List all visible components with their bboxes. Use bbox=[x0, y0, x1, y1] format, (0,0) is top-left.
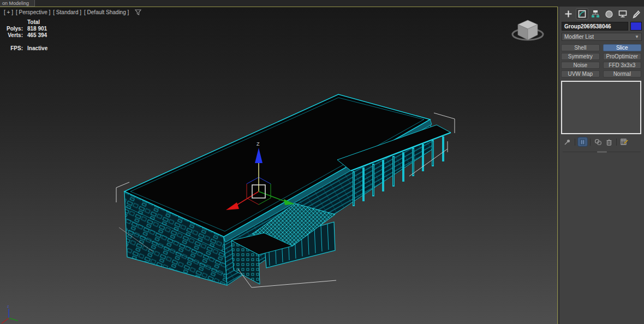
modifier-stack-toolbar bbox=[563, 137, 644, 147]
configure-sets-icon bbox=[621, 138, 628, 146]
modifier-buttons-grid: Shell Slice Symmetry ProOptimizer Noise … bbox=[561, 44, 641, 77]
viewport-statistics: Total Polys: 818 901 Verts: 465 394 FPS:… bbox=[4, 19, 47, 51]
modifier-button-prooptimizer[interactable]: ProOptimizer bbox=[603, 53, 642, 60]
trash-icon bbox=[606, 139, 612, 146]
make-unique-button[interactable] bbox=[593, 137, 603, 146]
viewport-label: [ + ] [ Perspective ] [ Standard ] [ Def… bbox=[4, 9, 141, 15]
viewport[interactable]: Z z [ + ] [ Perspective ] [ Standard ] [… bbox=[0, 7, 558, 324]
display-icon bbox=[618, 10, 627, 18]
stats-total-header: Total bbox=[27, 19, 47, 25]
object-color-swatch[interactable] bbox=[630, 22, 642, 31]
tab-hierarchy[interactable] bbox=[590, 9, 601, 19]
pin-stack-button[interactable] bbox=[563, 137, 572, 146]
modifier-button-noise[interactable]: Noise bbox=[561, 62, 600, 69]
modifier-button-slice[interactable]: Slice bbox=[603, 44, 642, 51]
viewcube[interactable] bbox=[507, 15, 548, 46]
viewport-menu-type[interactable]: [ Standard ] bbox=[53, 9, 81, 15]
modifier-button-ffd3x3x3[interactable]: FFD 3x3x3 bbox=[603, 62, 642, 69]
command-panel-tabs bbox=[559, 7, 644, 21]
stats-fps-value: Inactive bbox=[27, 45, 47, 51]
tab-modify[interactable] bbox=[576, 9, 588, 19]
modifier-button-uvwmap[interactable]: UVW Map bbox=[561, 70, 600, 77]
stats-polys-label: Polys: bbox=[4, 26, 23, 32]
viewport-menu-pov[interactable]: [ Perspective ] bbox=[16, 9, 50, 15]
modifier-button-normal[interactable]: Normal bbox=[603, 70, 642, 77]
modifier-list-dropdown[interactable]: Modifier List ▼ bbox=[562, 33, 642, 41]
plus-icon bbox=[564, 10, 573, 18]
object-name-row: Group2069538046 bbox=[559, 21, 644, 32]
gizmo-z-label: Z bbox=[257, 141, 260, 147]
viewport-menu-general[interactable]: [ + ] bbox=[4, 9, 13, 15]
hierarchy-icon bbox=[591, 10, 600, 18]
configure-modifier-sets-button[interactable] bbox=[619, 137, 629, 146]
viewport-canvas[interactable]: Z z bbox=[0, 7, 558, 324]
modifier-button-shell[interactable]: Shell bbox=[561, 44, 600, 51]
svg-text:z: z bbox=[7, 304, 9, 308]
per-view-filter-icon[interactable] bbox=[135, 9, 141, 15]
pin-icon bbox=[564, 139, 571, 146]
object-name-input[interactable]: Group2069538046 bbox=[562, 22, 628, 31]
world-axis-tripod: z bbox=[2, 304, 18, 323]
command-panel: Group2069538046 Modifier List ▼ Shell Sl… bbox=[559, 7, 644, 324]
tab-create[interactable] bbox=[563, 9, 574, 19]
stats-verts-value: 465 394 bbox=[27, 32, 47, 38]
toolbar-separator bbox=[616, 139, 617, 146]
ribbon-strip: on Modeling bbox=[0, 0, 644, 7]
toolbar-separator bbox=[590, 139, 591, 146]
stats-fps-label: FPS: bbox=[4, 45, 23, 51]
toolbar-separator bbox=[575, 139, 575, 146]
show-end-result-button[interactable] bbox=[578, 137, 587, 146]
stats-polys-value: 818 901 bbox=[27, 26, 47, 32]
make-unique-icon bbox=[594, 139, 602, 146]
remove-modifier-button[interactable] bbox=[604, 137, 613, 146]
building-model[interactable] bbox=[124, 94, 451, 285]
viewport-menu-shading[interactable]: [ Default Shading ] bbox=[84, 9, 129, 15]
modifier-list-label: Modifier List bbox=[564, 33, 594, 40]
ribbon-tab-fragment[interactable]: on Modeling bbox=[0, 0, 35, 7]
motion-icon bbox=[605, 10, 613, 19]
wrench-icon bbox=[632, 10, 641, 19]
show-end-result-icon bbox=[580, 139, 586, 146]
tab-motion[interactable] bbox=[603, 9, 615, 19]
modifier-button-symmetry[interactable]: Symmetry bbox=[561, 53, 600, 60]
modify-icon bbox=[578, 10, 586, 18]
chevron-down-icon: ▼ bbox=[635, 33, 639, 40]
tab-utilities[interactable] bbox=[630, 9, 642, 19]
stats-verts-label: Verts: bbox=[4, 32, 23, 38]
tab-display[interactable] bbox=[617, 9, 628, 19]
panel-splitter[interactable] bbox=[563, 151, 641, 153]
modifier-stack-list[interactable] bbox=[561, 81, 641, 134]
